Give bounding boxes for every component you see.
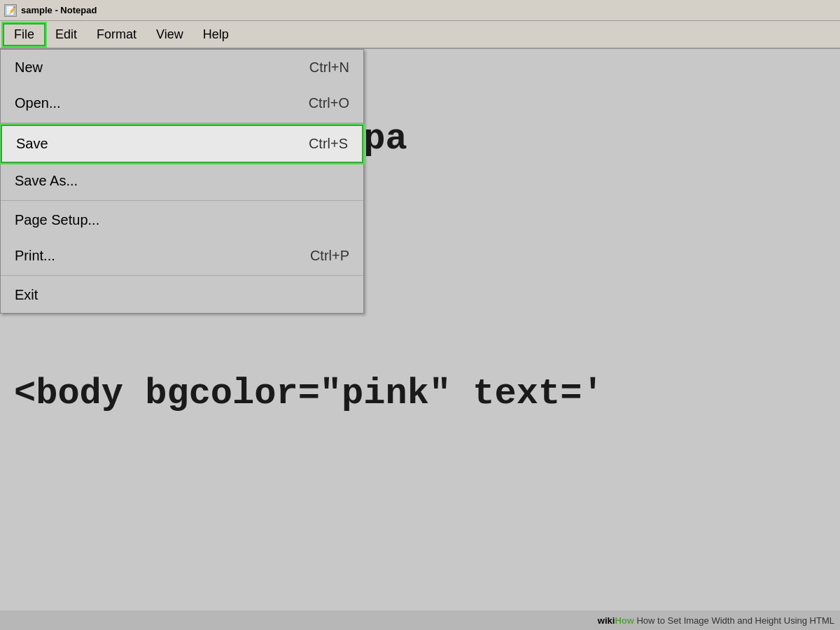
- menu-save-as[interactable]: Save As...: [1, 163, 363, 199]
- menu-save[interactable]: Save Ctrl+S: [1, 125, 363, 163]
- file-dropdown: New Ctrl+N Open... Ctrl+O Save Ctrl+S Sa…: [0, 49, 364, 314]
- editor-line-6: [14, 318, 826, 369]
- menu-open[interactable]: Open... Ctrl+O: [1, 85, 363, 121]
- how-text: How: [615, 615, 634, 626]
- menu-exit[interactable]: Exit: [1, 277, 363, 313]
- menu-page-setup[interactable]: Page Setup...: [1, 202, 363, 238]
- wikihow-bar: wikiHow How to Set Image Width and Heigh…: [0, 610, 840, 630]
- window-title: sample - Notepad: [21, 5, 836, 15]
- menu-item-edit[interactable]: Edit: [46, 24, 87, 45]
- app-icon: 📝: [4, 4, 17, 17]
- menu-bar: File Edit Format View Help New Ctrl+N Op…: [0, 21, 840, 49]
- menu-item-help[interactable]: Help: [193, 24, 239, 45]
- editor-line-body: <body bgcolor="pink" text=': [14, 369, 826, 420]
- separator-3: [1, 275, 363, 276]
- menu-item-file[interactable]: File: [3, 23, 46, 46]
- menu-item-format[interactable]: Format: [87, 24, 146, 45]
- wikihow-description: How to Set Image Width and Height Using …: [636, 615, 834, 626]
- title-bar: 📝 sample - Notepad: [0, 0, 840, 21]
- wikihow-label: wikiHow How to Set Image Width and Heigh…: [598, 615, 834, 626]
- menu-print[interactable]: Print... Ctrl+P: [1, 238, 363, 274]
- separator-1: [1, 122, 363, 123]
- menu-new[interactable]: New Ctrl+N: [1, 50, 363, 85]
- menu-item-view[interactable]: View: [146, 24, 193, 45]
- separator-2: [1, 200, 363, 201]
- wiki-text: wiki: [598, 615, 615, 626]
